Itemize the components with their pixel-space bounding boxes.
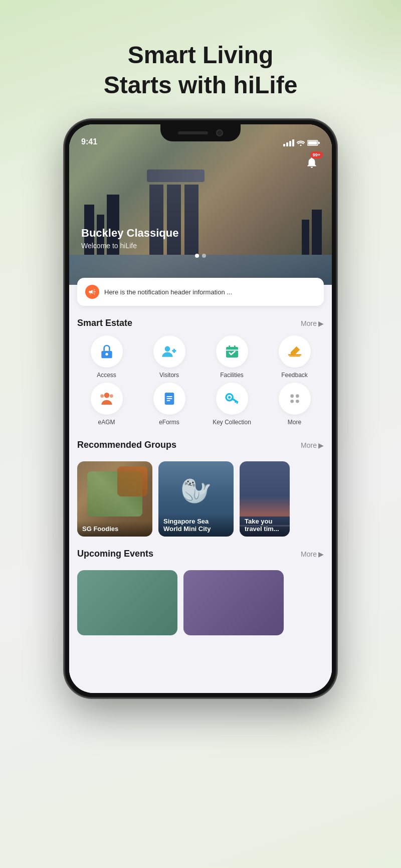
eforms-icon-circle [153, 383, 185, 415]
eagm-label: eAGM [98, 419, 115, 426]
recommended-groups-header: Recommended Groups More ▶ [77, 440, 324, 450]
event-card-2[interactable] [183, 570, 284, 635]
visitors-icon-circle [153, 335, 185, 368]
key-collection-item[interactable]: Key Collection [203, 383, 261, 426]
svg-point-25 [296, 394, 299, 398]
hero-text: Buckley Classique Welcome to hiLife [81, 227, 178, 250]
notification-bell-button[interactable]: 99+ [302, 152, 322, 172]
hero-welcome: Welcome to hiLife [81, 242, 178, 250]
smart-estate-more-button[interactable]: More ▶ [301, 319, 324, 327]
megaphone-icon [88, 288, 96, 296]
recommended-groups-more-button[interactable]: More ▶ [301, 441, 324, 449]
hero-carousel-dots [195, 254, 206, 258]
event-card-1[interactable] [77, 570, 177, 635]
svg-point-24 [290, 394, 294, 398]
chevron-right-icon-3: ▶ [318, 550, 324, 558]
smart-estate-title: Smart Estate [77, 318, 132, 328]
phone-notch [160, 124, 241, 141]
more-label: More [288, 419, 301, 426]
feedback-item[interactable]: Feedback [265, 335, 324, 379]
hero-property-name: Buckley Classique [81, 227, 178, 240]
travel-label: Take you travel tim... [240, 513, 290, 537]
pencil-icon [287, 343, 303, 360]
more-icon-circle [279, 383, 311, 415]
upcoming-events-header: Upcoming Events More ▶ [77, 549, 324, 559]
svg-rect-2 [318, 142, 320, 144]
svg-point-26 [290, 400, 294, 403]
svg-point-14 [110, 394, 113, 398]
upcoming-events-section: Upcoming Events More ▶ [69, 541, 332, 570]
notification-badge: 99+ [310, 151, 323, 158]
key-icon [224, 391, 240, 407]
status-time: 9:41 [81, 137, 97, 146]
upcoming-events-more-button[interactable]: More ▶ [301, 550, 324, 558]
group-card-sea-world[interactable]: 🦭 Singapore Sea World Mini City [158, 461, 234, 537]
eagm-icon-circle [91, 383, 123, 415]
dot-2 [202, 254, 206, 258]
access-label: Access [97, 372, 116, 379]
person-group-icon [99, 391, 115, 407]
facilities-label: Facilities [220, 372, 244, 379]
dot-1 [195, 254, 199, 258]
person-add-icon [161, 343, 177, 360]
notification-icon [85, 285, 99, 299]
signal-icon [283, 139, 294, 146]
access-item[interactable]: Access [77, 335, 136, 379]
svg-point-5 [164, 346, 170, 352]
key-collection-icon-circle [216, 383, 248, 415]
sg-foodies-label: SG Foodies [77, 521, 152, 537]
group-card-travel[interactable]: Take you travel tim... [240, 461, 290, 537]
chevron-right-icon: ▶ [318, 319, 324, 327]
content-area: Smart Estate More ▶ [69, 310, 332, 693]
eforms-item[interactable]: eForms [140, 383, 198, 426]
wifi-icon [297, 140, 305, 146]
access-icon-circle [91, 335, 123, 368]
notification-bar[interactable]: Here is the notification header informat… [77, 278, 324, 306]
svg-rect-1 [308, 141, 317, 145]
smart-estate-section: Smart Estate More ▶ [69, 310, 332, 432]
page-header: Smart Living Starts with hiLife [0, 0, 401, 120]
phone-frame: 9:41 [65, 120, 336, 697]
phone-mockup: 9:41 [0, 120, 401, 697]
smart-estate-header: Smart Estate More ▶ [77, 318, 324, 328]
groups-scroll: SG Foodies 🦭 Singapore Sea World Mini Ci… [69, 461, 332, 541]
calendar-check-icon [224, 343, 240, 360]
feedback-label: Feedback [281, 372, 308, 379]
grid-more-icon [287, 391, 303, 407]
eagm-item[interactable]: eAGM [77, 383, 136, 426]
facilities-icon-circle [216, 335, 248, 368]
visitors-item[interactable]: Visitors [140, 335, 198, 379]
svg-point-13 [104, 393, 109, 398]
sea-world-label: Singapore Sea World Mini City [158, 513, 234, 537]
svg-point-15 [100, 394, 104, 398]
upcoming-events-title: Upcoming Events [77, 549, 153, 559]
notch-camera [216, 129, 223, 136]
svg-point-4 [105, 353, 108, 356]
group-card-sg-foodies[interactable]: SG Foodies [77, 461, 152, 537]
battery-icon [307, 140, 320, 146]
document-icon [161, 391, 177, 407]
facilities-item[interactable]: Facilities [203, 335, 261, 379]
more-item[interactable]: More [265, 383, 324, 426]
svg-point-21 [228, 396, 231, 399]
page-title: Smart Living Starts with hiLife [0, 40, 401, 100]
recommended-groups-title: Recommended Groups [77, 440, 176, 450]
events-scroll [69, 570, 332, 639]
recommended-groups-section: Recommended Groups More ▶ [69, 432, 332, 461]
notch-speaker [178, 131, 208, 134]
smart-estate-grid: Access [77, 335, 324, 426]
key-collection-label: Key Collection [213, 419, 251, 426]
notification-text: Here is the notification header informat… [104, 288, 232, 296]
visitors-label: Visitors [159, 372, 179, 379]
eforms-label: eForms [159, 419, 179, 426]
seal-decoration: 🦭 [180, 476, 212, 505]
status-icons [283, 139, 320, 146]
svg-rect-8 [226, 347, 238, 358]
lock-icon [99, 343, 115, 360]
feedback-icon-circle [279, 335, 311, 368]
phone-screen: 9:41 [69, 124, 332, 693]
svg-point-27 [296, 400, 299, 403]
chevron-right-icon-2: ▶ [318, 441, 324, 449]
